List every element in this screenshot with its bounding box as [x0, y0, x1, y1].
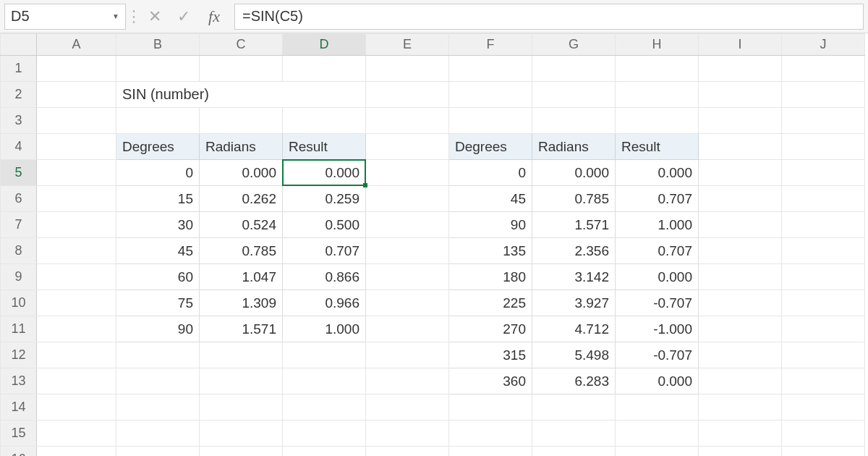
cell-H10[interactable]: -0.707	[616, 290, 699, 316]
col-header-E[interactable]: E	[366, 34, 449, 56]
cell[interactable]	[200, 394, 283, 421]
cell[interactable]	[37, 82, 116, 108]
cell-G8[interactable]: 2.356	[532, 238, 616, 264]
table2-header-radians[interactable]: Radians	[532, 134, 616, 160]
cell[interactable]	[283, 368, 366, 394]
cell[interactable]	[616, 394, 699, 421]
table1-header-result[interactable]: Result	[283, 134, 366, 160]
cell[interactable]	[366, 108, 449, 134]
row-header-12[interactable]: 12	[1, 342, 37, 368]
cell[interactable]	[37, 447, 116, 457]
cell[interactable]	[37, 290, 116, 316]
cell[interactable]	[449, 56, 532, 82]
row-header-9[interactable]: 9	[1, 264, 37, 290]
chevron-down-icon[interactable]: ▼	[112, 12, 119, 20]
cell[interactable]	[283, 394, 366, 421]
cell-D7[interactable]: 0.500	[283, 212, 366, 238]
col-header-A[interactable]: A	[37, 34, 116, 56]
cell[interactable]	[699, 186, 782, 212]
cell[interactable]	[699, 421, 782, 447]
cell[interactable]	[782, 290, 865, 316]
cell-C10[interactable]: 1.309	[200, 290, 283, 316]
cell-B8[interactable]: 45	[116, 238, 200, 264]
cell[interactable]	[699, 56, 782, 82]
row-header-10[interactable]: 10	[1, 290, 37, 316]
cell-F12[interactable]: 315	[449, 342, 532, 368]
cell[interactable]	[37, 421, 116, 447]
cell[interactable]	[200, 421, 283, 447]
cell[interactable]	[200, 447, 283, 457]
row-header-16[interactable]: 16	[1, 447, 37, 457]
col-header-G[interactable]: G	[532, 34, 616, 56]
cell[interactable]	[366, 160, 449, 186]
col-header-H[interactable]: H	[616, 34, 699, 56]
cell-H6[interactable]: 0.707	[616, 186, 699, 212]
cell[interactable]	[283, 447, 366, 457]
row-header-13[interactable]: 13	[1, 368, 37, 394]
cell[interactable]	[37, 108, 116, 134]
cell[interactable]	[366, 290, 449, 316]
cell[interactable]	[782, 134, 865, 160]
row-header-11[interactable]: 11	[1, 316, 37, 342]
cell[interactable]	[37, 394, 116, 421]
row-header-5[interactable]: 5	[1, 160, 37, 186]
col-header-I[interactable]: I	[699, 34, 782, 56]
cell[interactable]	[782, 186, 865, 212]
cell[interactable]	[116, 56, 200, 82]
table1-header-radians[interactable]: Radians	[200, 134, 283, 160]
cell[interactable]	[449, 108, 532, 134]
cell-C11[interactable]: 1.571	[200, 316, 283, 342]
cell-F5[interactable]: 0	[449, 160, 532, 186]
cell[interactable]	[366, 238, 449, 264]
cell[interactable]	[616, 56, 699, 82]
cell-H7[interactable]: 1.000	[616, 212, 699, 238]
cell[interactable]	[37, 56, 116, 82]
cell[interactable]	[366, 394, 449, 421]
cell-F9[interactable]: 180	[449, 264, 532, 290]
cell[interactable]	[366, 342, 449, 368]
cell-G7[interactable]: 1.571	[532, 212, 616, 238]
cell[interactable]	[366, 447, 449, 457]
cell[interactable]	[283, 342, 366, 368]
table2-header-degrees[interactable]: Degrees	[449, 134, 532, 160]
cell[interactable]	[782, 56, 865, 82]
row-header-3[interactable]: 3	[1, 108, 37, 134]
formula-input[interactable]: =SIN(C5)	[234, 4, 864, 30]
cell[interactable]	[532, 447, 616, 457]
cell-B11[interactable]: 90	[116, 316, 200, 342]
cell-F13[interactable]: 360	[449, 368, 532, 394]
cell[interactable]	[782, 316, 865, 342]
cell[interactable]	[37, 212, 116, 238]
cell[interactable]	[449, 447, 532, 457]
cell[interactable]	[532, 56, 616, 82]
cell[interactable]	[699, 368, 782, 394]
cell-C6[interactable]: 0.262	[200, 186, 283, 212]
cell[interactable]	[200, 108, 283, 134]
cell-C8[interactable]: 0.785	[200, 238, 283, 264]
cell[interactable]	[366, 186, 449, 212]
fx-label[interactable]: fx	[198, 7, 230, 26]
cell-H12[interactable]: -0.707	[616, 342, 699, 368]
cell-G12[interactable]: 5.498	[532, 342, 616, 368]
cell-D8[interactable]: 0.707	[283, 238, 366, 264]
select-all-corner[interactable]	[1, 34, 37, 56]
cell[interactable]	[366, 316, 449, 342]
cell[interactable]	[116, 368, 200, 394]
cell[interactable]	[366, 134, 449, 160]
cell[interactable]	[449, 421, 532, 447]
cell-C5[interactable]: 0.000	[200, 160, 283, 186]
cell-D5-selected[interactable]: 0.000	[283, 160, 366, 186]
cell-G13[interactable]: 6.283	[532, 368, 616, 394]
cell[interactable]	[699, 290, 782, 316]
cell-B7[interactable]: 30	[116, 212, 200, 238]
cell[interactable]	[366, 82, 449, 108]
cell[interactable]	[616, 447, 699, 457]
cell-G6[interactable]: 0.785	[532, 186, 616, 212]
cell[interactable]	[782, 394, 865, 421]
cell[interactable]	[116, 421, 200, 447]
table1-header-degrees[interactable]: Degrees	[116, 134, 200, 160]
cell[interactable]	[366, 56, 449, 82]
cell-G11[interactable]: 4.712	[532, 316, 616, 342]
cell[interactable]	[782, 264, 865, 290]
cell-D9[interactable]: 0.866	[283, 264, 366, 290]
